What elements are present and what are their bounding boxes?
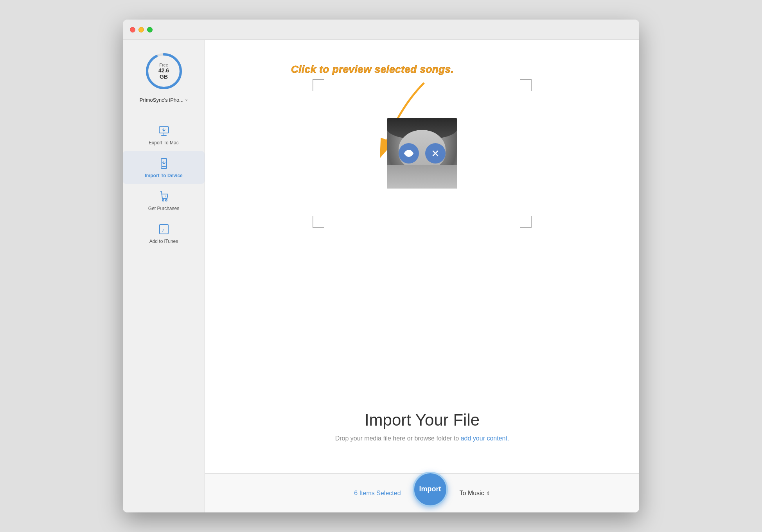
sidebar-item-label-itunes: Add to iTunes (149, 239, 178, 244)
svg-point-10 (165, 200, 167, 201)
album-overlay (387, 118, 457, 189)
storage-size-value: 42.6 GB (154, 67, 174, 80)
drop-zone[interactable] (313, 79, 532, 228)
add-content-link[interactable]: add your content. (461, 435, 509, 442)
close-button[interactable] (130, 27, 135, 32)
sidebar-item-label-export: Export To Mac (149, 140, 178, 146)
corner-tr (520, 79, 532, 91)
svg-text:♪: ♪ (164, 194, 166, 198)
bottom-bar: 6 Items Selected Import To Music ⇕ (205, 473, 639, 512)
sidebar-item-export-to-mac[interactable]: Export To Mac (123, 118, 205, 151)
app-window: Free 42.6 GB PrimoSync's iPho... ∨ (123, 20, 639, 512)
import-to-device-icon (157, 156, 171, 171)
import-subtitle-pre: Drop your media file here or browse fold… (335, 435, 461, 442)
remove-button[interactable] (425, 143, 446, 164)
corner-bl (313, 216, 324, 228)
storage-indicator: Free 42.6 GB (144, 52, 183, 91)
device-name[interactable]: PrimoSync's iPho... ∨ (140, 97, 188, 103)
svg-text:♪: ♪ (162, 226, 164, 233)
import-button[interactable]: Import (413, 472, 448, 507)
svg-point-15 (408, 152, 410, 155)
device-name-text: PrimoSync's iPho... (140, 97, 183, 103)
corner-tl (313, 79, 324, 91)
album-art-container (387, 118, 457, 189)
items-selected-label: Items Selected (359, 490, 401, 496)
main-layout: Free 42.6 GB PrimoSync's iPho... ∨ (123, 40, 639, 512)
sidebar-divider (131, 114, 196, 114)
maximize-button[interactable] (147, 27, 153, 32)
device-chevron-icon: ∨ (185, 98, 188, 102)
export-to-mac-icon (157, 124, 171, 138)
sidebar: Free 42.6 GB PrimoSync's iPho... ∨ (123, 40, 205, 512)
sidebar-item-add-to-itunes[interactable]: ♪ Add to iTunes (123, 217, 205, 250)
add-to-itunes-icon: ♪ (157, 222, 171, 236)
items-selected-text: 6 Items Selected (354, 490, 401, 497)
annotation: Click to preview selected songs. (291, 63, 454, 75)
sidebar-item-label-import: Import To Device (145, 173, 182, 178)
sidebar-item-import-to-device[interactable]: Import To Device (123, 151, 205, 184)
traffic-lights (130, 27, 153, 32)
storage-free-label: Free (154, 63, 174, 67)
annotation-text: Click to preview selected songs. (291, 63, 454, 75)
to-music-label: To Music (460, 490, 484, 497)
to-music-selector[interactable]: To Music ⇕ (460, 490, 490, 497)
import-section: Import Your File Drop your media file he… (305, 411, 539, 442)
content-area: Click to preview selected songs. (205, 40, 639, 512)
sidebar-item-get-purchases[interactable]: ♪ Get Purchases (123, 184, 205, 217)
drop-zone-corners (313, 79, 532, 228)
preview-button[interactable] (399, 143, 419, 164)
to-music-stepper-icon: ⇕ (486, 491, 490, 496)
corner-br (520, 216, 532, 228)
items-count: 6 (354, 490, 358, 496)
album-art (387, 118, 457, 189)
import-title: Import Your File (305, 411, 539, 430)
sidebar-item-label-purchases: Get Purchases (148, 206, 179, 211)
import-subtitle: Drop your media file here or browse fold… (305, 435, 539, 442)
get-purchases-icon: ♪ (157, 189, 171, 203)
svg-point-9 (162, 200, 164, 201)
titlebar (123, 20, 639, 40)
minimize-button[interactable] (138, 27, 144, 32)
